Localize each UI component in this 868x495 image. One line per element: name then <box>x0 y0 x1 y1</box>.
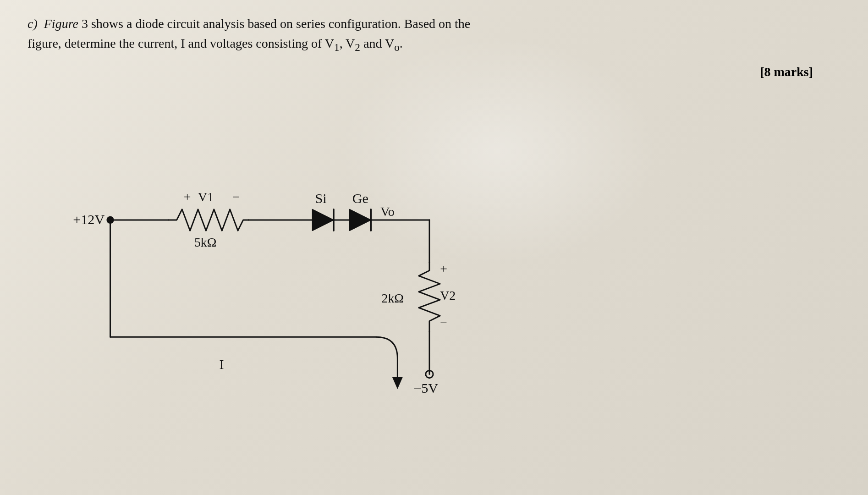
si-label: Si <box>315 191 326 206</box>
neg5v-label: −5V <box>413 380 438 396</box>
resistor1-label: 5kΩ <box>194 235 217 249</box>
v1-plus-label: + <box>184 190 191 204</box>
circuit-svg: +12V + V1 − 5kΩ Si Ge Vo 2kΩ + V2 − I −5… <box>55 98 559 396</box>
figure-ref: Figure <box>44 16 78 31</box>
wire-bottom-corner <box>376 337 397 358</box>
part-label: c) <box>27 16 44 31</box>
vo-label: Vo <box>380 204 394 219</box>
v2-plus-label: + <box>440 262 447 276</box>
circuit-diagram: +12V + V1 − 5kΩ Si Ge Vo 2kΩ + V2 − I −5… <box>55 98 559 396</box>
current-arrow <box>392 377 403 390</box>
diode-si-symbol <box>313 209 334 231</box>
resistor-2k <box>419 263 440 332</box>
v2-label: V2 <box>440 288 456 302</box>
v1-minus-label: − <box>233 190 240 204</box>
question-text: c) Figure 3 shows a diode circuit analys… <box>27 14 761 55</box>
resistor-5k <box>169 209 248 231</box>
v2-minus-label: − <box>440 315 447 329</box>
diode-ge-symbol <box>350 209 371 231</box>
voltage-source-label: +12V <box>73 212 104 227</box>
resistor2-label: 2kΩ <box>382 291 404 305</box>
marks-label: [8 marks] <box>27 65 813 79</box>
page: c) Figure 3 shows a diode circuit analys… <box>0 0 868 495</box>
current-label: I <box>219 357 224 372</box>
ge-label: Ge <box>352 191 368 206</box>
v1-label: V1 <box>198 190 214 204</box>
